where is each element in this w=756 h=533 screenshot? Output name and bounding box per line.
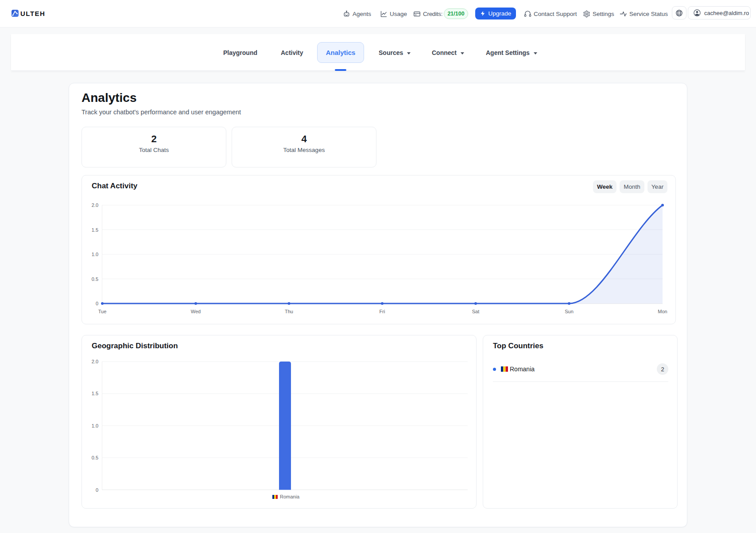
svg-text:2.0: 2.0 — [92, 359, 98, 364]
svg-text:1.0: 1.0 — [92, 252, 98, 257]
svg-text:Mon: Mon — [658, 309, 667, 314]
svg-text:0: 0 — [96, 301, 98, 306]
svg-text:Sun: Sun — [565, 309, 574, 314]
svg-text:0.5: 0.5 — [92, 276, 98, 282]
svg-text:Wed: Wed — [191, 309, 201, 314]
svg-text:1.5: 1.5 — [92, 391, 98, 396]
svg-text:0: 0 — [96, 487, 98, 493]
svg-text:1.5: 1.5 — [92, 227, 98, 233]
svg-text:Thu: Thu — [285, 309, 293, 314]
svg-text:Sat: Sat — [472, 309, 480, 314]
svg-text:Fri: Fri — [380, 309, 385, 314]
svg-text:Tue: Tue — [98, 309, 107, 314]
svg-text:Romania: Romania — [280, 494, 300, 499]
svg-text:1.0: 1.0 — [92, 423, 98, 428]
svg-text:2.0: 2.0 — [92, 202, 98, 208]
svg-text:0.5: 0.5 — [92, 455, 98, 460]
